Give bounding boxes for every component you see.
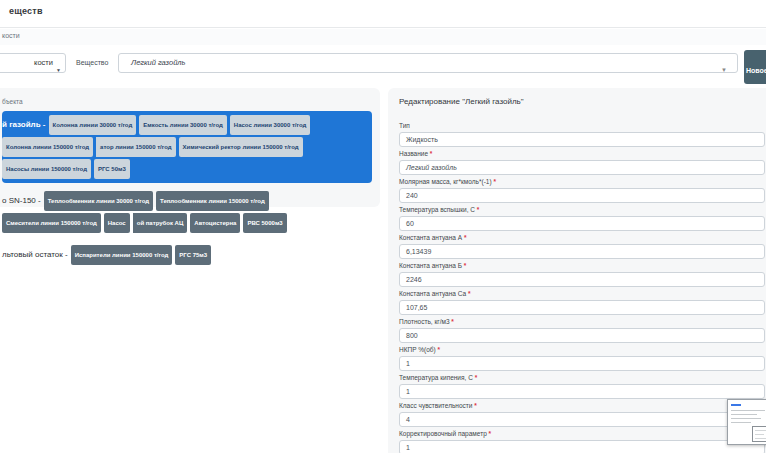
required-asterisk: * — [468, 290, 471, 297]
field-label: Корректировочный параметр * — [399, 430, 766, 438]
preview-line — [755, 430, 766, 431]
substance-name: й газойль - — [2, 120, 46, 129]
field-input[interactable]: 800 — [399, 328, 765, 343]
equipment-tag[interactable]: Автоцистерна — [190, 213, 240, 233]
equipment-tag[interactable]: Испарители линии 150000 т/год — [71, 245, 173, 265]
equipment-tag[interactable]: Теплообменник линии 150000 т/год — [156, 191, 269, 211]
equipment-tag[interactable]: Теплообменник линии 30000 т/год — [44, 191, 153, 211]
substance-combobox-value: Легкий газойль — [131, 58, 186, 67]
panel-label-fragment: бъекта — [2, 98, 372, 105]
substance-name: о SN-150 - — [2, 196, 41, 205]
substance-name: льтовый остаток - — [2, 250, 68, 259]
field-input[interactable]: 1 — [399, 384, 765, 399]
required-asterisk: * — [451, 318, 454, 325]
field-label: Температура вспышки, С * — [399, 206, 766, 214]
field-input[interactable]: Легкий газойль — [399, 160, 765, 175]
equipment-tag[interactable]: атор линии 150000 т/год — [96, 137, 175, 157]
preview-line — [731, 414, 757, 415]
equipment-tag[interactable]: Насосы линии 150000 т/год — [2, 159, 91, 179]
breadcrumb-band: кости — [0, 29, 766, 45]
field-label: Константа антуана А * — [399, 234, 766, 242]
preview-accent-line — [731, 404, 741, 406]
form-fields: ТипЖидкостьНазвание *Легкий газойльМоляр… — [399, 122, 766, 453]
chevron-down-icon: ▼ — [721, 61, 727, 79]
new-substance-button[interactable]: Новое Вещество — [744, 50, 766, 84]
field-input[interactable]: 4 — [399, 412, 765, 427]
field-label: Плотность, кг/м3 * — [399, 318, 766, 326]
substance-list: й газойль -Колонна линии 30000 т/годЕмко… — [2, 111, 372, 269]
equipment-tag[interactable]: Насос — [104, 213, 130, 233]
chevron-down-icon: ▼ — [56, 61, 61, 79]
field-label: Константа антуана Б * — [399, 262, 766, 270]
field-input[interactable]: 2246 — [399, 272, 765, 287]
equipment-tag[interactable]: Химический ректор линии 150000 т/год — [179, 137, 303, 157]
preview-widget[interactable] — [727, 399, 766, 445]
field-label: Константа антуана Са * — [399, 290, 766, 298]
equipment-tag[interactable]: ой патрубок АЦ — [133, 213, 188, 233]
field-label: Температура кипения, С * — [399, 374, 766, 382]
required-asterisk: * — [493, 178, 496, 185]
required-asterisk: * — [489, 430, 492, 437]
form-group: Плотность, кг/м3 *800 — [399, 318, 766, 343]
substances-panel: бъекта й газойль -Колонна линии 30000 т/… — [0, 88, 380, 207]
equipment-tag[interactable]: Насос линии 30000 т/год — [230, 115, 311, 135]
breadcrumb: кости — [2, 32, 20, 39]
form-group: Класс чувствительности *4 — [399, 402, 766, 427]
preview-inner-window — [752, 426, 766, 442]
form-group: Температура вспышки, С *60 — [399, 206, 766, 231]
equipment-tag[interactable]: Смесители линии 150000 т/год — [2, 213, 101, 233]
type-select-value: кости — [34, 58, 53, 67]
substance-combobox[interactable]: Легкий газойль ▼ — [118, 53, 738, 73]
substance-row[interactable]: й газойль -Колонна линии 30000 т/годЕмко… — [2, 111, 372, 183]
required-asterisk: * — [430, 150, 433, 157]
equipment-tag[interactable]: Колонна линии 30000 т/год — [49, 115, 137, 135]
field-input[interactable]: 60 — [399, 216, 765, 231]
field-input[interactable]: 1 — [399, 356, 765, 371]
field-label: Тип — [399, 122, 766, 130]
form-group: Молярная масса, кг*кмоль*(-1) *240 — [399, 178, 766, 203]
filter-row: кости ▼ Вещество Легкий газойль ▼ Новое … — [0, 45, 766, 87]
top-navbar: еществ — [0, 0, 766, 28]
equipment-tag[interactable]: Колонна линии 150000 т/год — [2, 137, 93, 157]
field-input[interactable]: 6,13439 — [399, 244, 765, 259]
field-input[interactable]: 107,65 — [399, 300, 765, 315]
field-label: Название * — [399, 150, 766, 158]
field-label: НКПР %(об) * — [399, 346, 766, 354]
field-select[interactable]: Жидкость — [399, 132, 765, 147]
equipment-tag[interactable]: Емкость линии 30000 т/год — [139, 115, 227, 135]
required-asterisk: * — [438, 346, 441, 353]
substance-label: Вещество — [76, 59, 108, 66]
required-asterisk: * — [464, 234, 467, 241]
form-group: Константа антуана Б *2246 — [399, 262, 766, 287]
form-group: Название *Легкий газойль — [399, 150, 766, 175]
preview-line — [755, 434, 764, 435]
field-label: Молярная масса, кг*кмоль*(-1) * — [399, 178, 766, 186]
substance-row[interactable]: льтовый остаток -Испарители линии 150000… — [2, 241, 372, 269]
preview-line — [755, 438, 766, 439]
form-group: Константа антуана Са *107,65 — [399, 290, 766, 315]
equipment-tag[interactable]: РГС 50м3 — [94, 159, 130, 179]
form-group: ТипЖидкость — [399, 122, 766, 147]
form-group: Температура кипения, С *1 — [399, 374, 766, 399]
field-input[interactable]: 240 — [399, 188, 765, 203]
preview-line — [731, 422, 751, 423]
required-asterisk: * — [477, 206, 480, 213]
equipment-tag[interactable]: РВС 5000м3 — [243, 213, 286, 233]
field-input[interactable]: 1 — [399, 440, 765, 453]
form-group: НКПР %(об) *1 — [399, 346, 766, 371]
equipment-tag[interactable]: РГС 75м3 — [175, 245, 211, 265]
form-group: Корректировочный параметр *1 — [399, 430, 766, 453]
edit-form-panel: Редактирование "Легкий газойль" ТипЖидко… — [388, 88, 766, 453]
required-asterisk: * — [474, 402, 477, 409]
preview-line — [731, 418, 761, 419]
form-title: Редактирование "Легкий газойль" — [399, 97, 766, 106]
substance-row[interactable]: о SN-150 -Теплообменник линии 30000 т/го… — [2, 187, 372, 237]
form-group: Константа антуана А *6,13439 — [399, 234, 766, 259]
type-select[interactable]: кости ▼ — [0, 53, 66, 73]
required-asterisk: * — [475, 374, 478, 381]
app-title-fragment: еществ — [9, 6, 43, 16]
field-label: Класс чувствительности * — [399, 402, 766, 410]
required-asterisk: * — [464, 262, 467, 269]
preview-line — [731, 410, 765, 411]
